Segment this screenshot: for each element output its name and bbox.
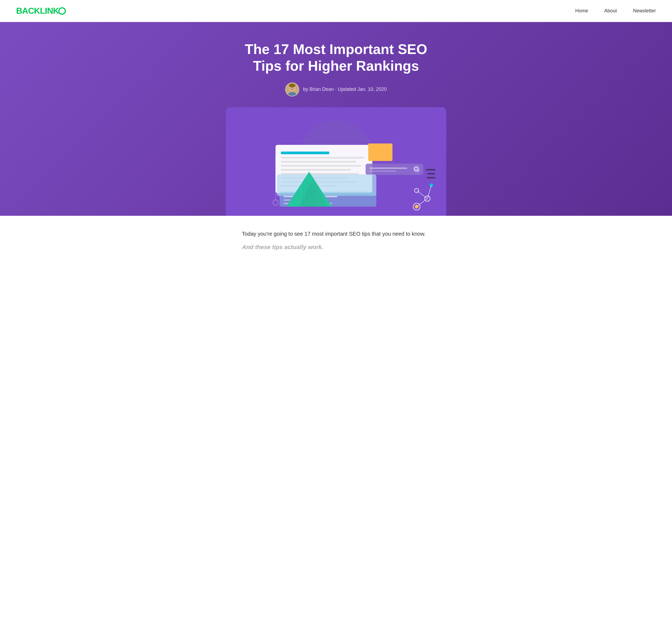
hero-image-card [226,107,446,216]
svg-point-5 [293,88,294,89]
svg-rect-10 [281,161,356,163]
avatar-illustration [286,82,298,96]
svg-point-4 [291,88,291,89]
logo-o-icon [58,7,66,15]
svg-rect-12 [281,169,351,171]
svg-rect-29 [426,169,435,170]
nav-home[interactable]: Home [575,8,588,14]
seo-illustration [234,115,438,215]
svg-line-39 [417,191,427,199]
svg-line-40 [417,199,427,206]
svg-rect-31 [427,177,435,178]
author-avatar [285,82,299,96]
svg-rect-9 [281,157,364,159]
article-content: Today you're going to see 17 most import… [226,229,446,251]
intro-paragraph: Today you're going to see 17 most import… [242,229,430,238]
svg-point-33 [273,200,278,205]
author-text: by Brian Dean · Updated Jan. 10, 2020 [303,87,386,92]
site-logo[interactable]: BACKLINK [16,6,66,16]
svg-rect-23 [369,171,397,172]
author-line: by Brian Dean · Updated Jan. 10, 2020 [11,82,661,96]
svg-rect-30 [427,173,435,174]
hero-title: The 17 Most Important SEO Tips for Highe… [234,41,438,74]
highlight-paragraph: And these tips actually work. [242,244,430,251]
svg-rect-8 [281,151,329,154]
site-header: BACKLINK Home About Newsletter [0,0,672,22]
nav-about[interactable]: About [604,8,617,14]
svg-rect-11 [281,165,362,167]
svg-rect-17 [368,144,392,161]
main-nav: Home About Newsletter [575,8,656,14]
svg-point-2 [289,83,295,88]
hero-section: The 17 Most Important SEO Tips for Highe… [0,22,672,216]
nav-newsletter[interactable]: Newsletter [633,8,656,14]
svg-rect-22 [369,167,407,169]
